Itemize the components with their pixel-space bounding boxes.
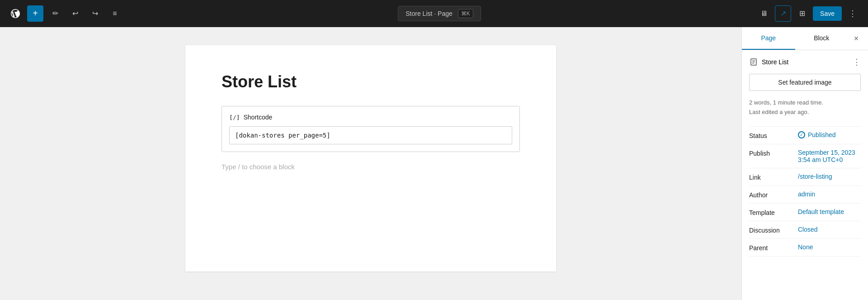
link-field: Link /store-listing bbox=[749, 168, 861, 186]
parent-field: Parent None bbox=[749, 238, 861, 257]
author-value[interactable]: admin bbox=[798, 190, 861, 198]
external-link-icon: ↗ bbox=[780, 9, 786, 18]
published-icon: ✓ bbox=[798, 131, 805, 138]
undo-button[interactable]: ↩ bbox=[67, 5, 83, 22]
add-block-hint[interactable]: Type / to choose a block bbox=[222, 163, 520, 171]
breadcrumb-text: Store List · Page bbox=[406, 10, 453, 17]
tab-page[interactable]: Page bbox=[742, 27, 795, 50]
more-options-button[interactable]: ⋮ bbox=[844, 5, 861, 22]
author-label: Author bbox=[749, 190, 794, 199]
publish-label: Publish bbox=[749, 149, 794, 157]
sidebar: Page Block × Store List ⋮ Set featured i… bbox=[741, 27, 868, 300]
set-featured-image-button[interactable]: Set featured image bbox=[749, 74, 861, 91]
link-label: Link bbox=[749, 173, 794, 181]
redo-icon: ↪ bbox=[92, 9, 98, 18]
post-name-label: Store List bbox=[762, 58, 849, 66]
toolbar: + ✏ ↩ ↪ ≡ Store List · Page ⌘K 🖥 ↗ ⊞ Sav… bbox=[0, 0, 868, 27]
publish-field: Publish September 15, 2023 3:54 am UTC+0 bbox=[749, 144, 861, 168]
main-layout: Store List [/] Shortcode [dokan-stores p… bbox=[0, 27, 868, 300]
page-title[interactable]: Store List bbox=[222, 72, 520, 91]
shortcode-bracket-icon: [/] bbox=[229, 114, 240, 121]
undo-icon: ↩ bbox=[72, 9, 78, 18]
post-title-row: Store List ⋮ bbox=[749, 57, 861, 67]
editor-content: Store List [/] Shortcode [dokan-stores p… bbox=[185, 45, 556, 271]
shortcode-input-wrapper[interactable]: [dokan-stores per_page=5] bbox=[229, 126, 512, 144]
desktop-icon: 🖥 bbox=[760, 10, 768, 18]
sidebar-tabs: Page Block × bbox=[742, 27, 868, 50]
view-site-button[interactable]: ↗ bbox=[775, 5, 791, 22]
discussion-field: Discussion Closed bbox=[749, 221, 861, 238]
save-button[interactable]: Save bbox=[813, 6, 842, 21]
parent-label: Parent bbox=[749, 243, 794, 252]
editor-area: Store List [/] Shortcode [dokan-stores p… bbox=[0, 27, 741, 300]
discussion-label: Discussion bbox=[749, 226, 794, 234]
parent-value[interactable]: None bbox=[798, 243, 861, 251]
status-field: Status ✓ Published bbox=[749, 126, 861, 144]
desktop-preview-button[interactable]: 🖥 bbox=[756, 5, 772, 22]
command-shortcut: ⌘K bbox=[458, 9, 473, 18]
edit-mode-button[interactable]: ✏ bbox=[47, 5, 63, 22]
word-count: 2 words, 1 minute read time. bbox=[749, 98, 861, 108]
settings-icon: ⊞ bbox=[799, 9, 805, 18]
close-sidebar-button[interactable]: × bbox=[848, 30, 864, 47]
link-value[interactable]: /store-listing bbox=[798, 173, 861, 180]
status-text[interactable]: Published bbox=[808, 131, 836, 138]
list-icon: ≡ bbox=[113, 10, 117, 18]
breadcrumb-area: Store List · Page ⌘K bbox=[127, 6, 752, 21]
shortcode-value: [dokan-stores per_page=5] bbox=[235, 132, 330, 139]
block-settings-button[interactable]: ⊞ bbox=[794, 5, 810, 22]
status-value: ✓ Published bbox=[798, 131, 861, 138]
template-field: Template Default template bbox=[749, 203, 861, 221]
author-field: Author admin bbox=[749, 186, 861, 203]
status-label: Status bbox=[749, 131, 794, 139]
document-overview-button[interactable]: ≡ bbox=[107, 5, 123, 22]
wordpress-logo[interactable] bbox=[7, 5, 24, 22]
page-icon bbox=[749, 57, 758, 67]
shortcode-block[interactable]: [/] Shortcode [dokan-stores per_page=5] bbox=[222, 106, 520, 152]
shortcode-label: Shortcode bbox=[243, 114, 272, 121]
more-icon: ⋮ bbox=[849, 9, 857, 19]
publish-value[interactable]: September 15, 2023 3:54 am UTC+0 bbox=[798, 149, 861, 163]
post-more-button[interactable]: ⋮ bbox=[853, 58, 861, 66]
breadcrumb[interactable]: Store List · Page ⌘K bbox=[398, 6, 481, 21]
toolbar-right-actions: 🖥 ↗ ⊞ Save ⋮ bbox=[756, 5, 861, 22]
meta-info: 2 words, 1 minute read time. Last edited… bbox=[749, 98, 861, 117]
sidebar-body: Store List ⋮ Set featured image 2 words,… bbox=[742, 50, 868, 264]
template-value[interactable]: Default template bbox=[798, 208, 861, 215]
template-label: Template bbox=[749, 208, 794, 216]
discussion-value[interactable]: Closed bbox=[798, 226, 861, 233]
add-block-button[interactable]: + bbox=[27, 5, 43, 22]
shortcode-header: [/] Shortcode bbox=[229, 114, 512, 121]
edit-icon: ✏ bbox=[52, 9, 58, 18]
last-edited: Last edited a year ago. bbox=[749, 108, 861, 117]
add-icon: + bbox=[33, 8, 38, 19]
tab-block[interactable]: Block bbox=[795, 27, 849, 50]
redo-button[interactable]: ↪ bbox=[87, 5, 103, 22]
